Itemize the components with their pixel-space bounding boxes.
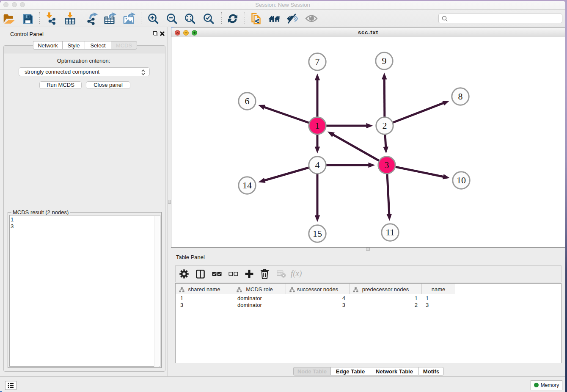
svg-text:1: 1 [315, 120, 320, 131]
svg-text:10: 10 [457, 175, 466, 185]
svg-text:15: 15 [313, 228, 322, 239]
svg-text:14: 14 [242, 180, 252, 190]
svg-text:2: 2 [383, 120, 387, 131]
svg-text:8: 8 [458, 91, 463, 102]
svg-text:6: 6 [245, 96, 250, 106]
svg-text:9: 9 [382, 55, 387, 66]
svg-text:7: 7 [315, 56, 320, 67]
svg-text:4: 4 [315, 160, 320, 170]
svg-text:11: 11 [385, 227, 394, 237]
svg-text:3: 3 [385, 160, 389, 170]
